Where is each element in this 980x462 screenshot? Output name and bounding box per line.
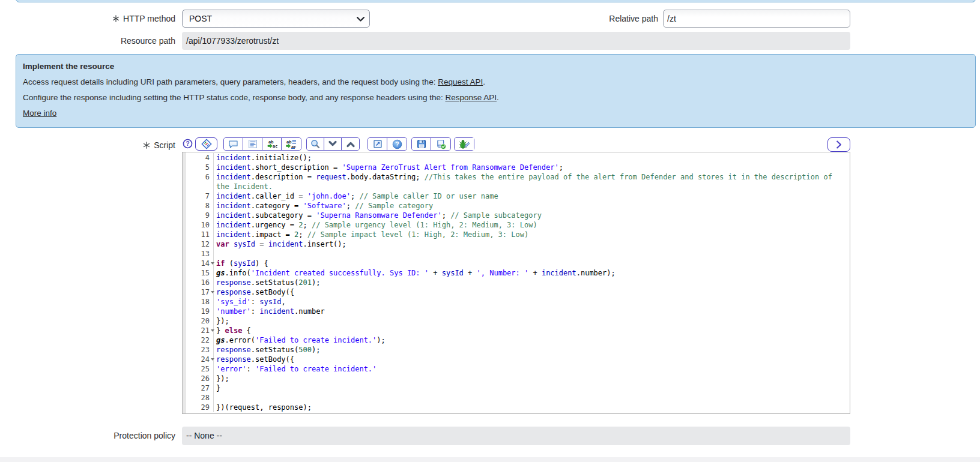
http-method-select[interactable]: POST [182, 10, 370, 28]
code-text[interactable]: var sysId = incident.insert(); [214, 239, 838, 249]
response-api-link[interactable]: Response API [445, 93, 497, 102]
chevron-up-icon [346, 140, 355, 148]
resource-path-label: Resource path [0, 32, 175, 50]
format-code-button[interactable] [243, 138, 262, 150]
code-line: 8incident.category = 'Software'; // Samp… [183, 201, 850, 211]
fold-toggle-icon[interactable] [211, 262, 214, 265]
syntax-editor-toggle-button[interactable] [195, 137, 217, 151]
code-text[interactable] [214, 249, 838, 259]
code-text[interactable]: incident.short_description = 'Superna Ze… [214, 163, 838, 172]
replace-button[interactable]: ab ac [262, 138, 282, 150]
line-number: 24 [183, 355, 214, 364]
code-text[interactable]: incident.urgency = 2; // Sample urgency … [214, 220, 838, 230]
svg-text:?: ? [186, 140, 189, 147]
code-text[interactable]: if (sysId) { [214, 259, 838, 268]
implement-resource-info-box: Implement the resource Access request de… [16, 54, 976, 128]
info-box-title: Implement the resource [23, 59, 969, 74]
code-line: 23response.setStatus(500); [183, 345, 850, 355]
code-text[interactable]: gs.info('Incident created successfully. … [214, 268, 838, 278]
request-api-link[interactable]: Request API [438, 77, 483, 86]
syntax-check-button[interactable] [431, 138, 450, 150]
code-text[interactable]: } [214, 383, 838, 393]
replace-all-button[interactable]: ab ac [282, 138, 301, 150]
info-box-request-line: Access request details including URI pat… [23, 74, 969, 90]
toggle-comment-icon [228, 140, 238, 149]
mandatory-asterisk-icon [112, 15, 119, 22]
line-number: 8 [183, 201, 214, 211]
code-text[interactable]: }); [214, 316, 838, 326]
line-number: 9 [183, 211, 214, 220]
fold-toggle-icon[interactable] [211, 358, 214, 361]
code-text[interactable]: response.setStatus(201); [214, 278, 838, 287]
code-line: 4incident.initialize(); [183, 153, 850, 163]
code-line: 27} [183, 383, 850, 393]
svg-text:ab: ab [286, 140, 291, 145]
code-line: 5incident.short_description = 'Superna Z… [183, 163, 850, 172]
code-text[interactable]: 'number': incident.number [214, 307, 838, 316]
relative-path-input[interactable] [663, 10, 850, 28]
debug-button-group [454, 137, 474, 151]
http-method-label: HTTP method [0, 10, 175, 28]
find-next-button[interactable] [324, 138, 342, 150]
expand-editor-button[interactable] [827, 137, 850, 152]
line-number: 11 [183, 230, 214, 239]
search-button[interactable] [307, 138, 324, 150]
code-line: 12var sysId = incident.insert(); [183, 239, 850, 249]
syntax-editor-toggle-icon [201, 139, 212, 149]
line-number: 29 [183, 403, 214, 412]
code-text[interactable]: })(request, response); [214, 403, 838, 412]
resource-path-value: /api/1077933/zerotrust/zt [182, 32, 850, 50]
script-field-help-icon[interactable]: ? [183, 139, 193, 149]
code-line: 25'error': 'Failed to create incident.' [183, 364, 850, 374]
scripted-rest-resource-form: HTTP method POST Relative path Resource … [0, 0, 980, 462]
code-text[interactable]: incident.description = request.body.data… [214, 172, 838, 191]
code-text[interactable]: incident.subcategory = 'Superna Ransomwa… [214, 211, 838, 220]
syntax-check-icon [436, 139, 446, 149]
code-line: 11incident.impact = 2; // Sample impact … [183, 230, 850, 239]
code-text[interactable]: gs.error('Failed to create incident.'); [214, 335, 838, 345]
save-icon [417, 139, 426, 149]
editor-help-button[interactable]: ? [387, 138, 407, 150]
line-number: 5 [183, 163, 214, 172]
code-text[interactable]: incident.caller_id = 'john.doe'; // Samp… [214, 191, 838, 201]
code-text[interactable]: 'error': 'Failed to create incident.' [214, 364, 838, 374]
line-number: 4 [183, 153, 214, 163]
replace-all-icon: ab ac [286, 139, 297, 149]
code-line: 10incident.urgency = 2; // Sample urgenc… [183, 220, 850, 230]
chevron-down-icon [328, 140, 337, 148]
script-code-editor[interactable]: 4incident.initialize();5incident.short_d… [182, 152, 850, 414]
code-line: 7incident.caller_id = 'john.doe'; // Sam… [183, 191, 850, 201]
code-text[interactable]: }); [214, 374, 838, 383]
code-text[interactable]: response.setBody({ [214, 287, 838, 297]
code-line: 24response.setBody({ [183, 355, 850, 364]
replace-icon: ab ac [267, 139, 277, 149]
code-text[interactable]: incident.impact = 2; // Sample impact le… [214, 230, 838, 239]
save-check-button-group [411, 137, 451, 151]
code-line: 9incident.subcategory = 'Superna Ransomw… [183, 211, 850, 220]
line-number: 25 [183, 364, 214, 374]
open-in-window-button[interactable] [368, 138, 387, 150]
line-number: 17 [183, 287, 214, 297]
code-rows: 4incident.initialize();5incident.short_d… [183, 153, 850, 412]
code-text[interactable]: } else { [214, 326, 838, 335]
code-text[interactable]: 'sys_id': sysId, [214, 297, 838, 307]
more-info-link[interactable]: More info [23, 109, 56, 118]
code-text[interactable]: response.setBody({ [214, 355, 838, 364]
fold-toggle-icon[interactable] [211, 329, 214, 332]
code-line: 17response.setBody({ [183, 287, 850, 297]
code-text[interactable]: response.setStatus(500); [214, 345, 838, 355]
debug-button[interactable] [455, 138, 474, 150]
line-number: 21 [183, 326, 214, 335]
toggle-comment-button[interactable] [224, 138, 243, 150]
code-text[interactable]: incident.category = 'Software'; // Sampl… [214, 201, 838, 211]
fold-toggle-icon[interactable] [211, 291, 214, 293]
find-previous-button[interactable] [342, 138, 359, 150]
line-number: 16 [183, 278, 214, 287]
relative-path-label: Relative path [540, 10, 658, 28]
chevron-right-icon [836, 140, 842, 149]
code-line: 20}); [183, 316, 850, 326]
code-text[interactable]: incident.initialize(); [214, 153, 838, 163]
save-button[interactable] [412, 138, 431, 150]
open-in-window-icon [373, 139, 383, 149]
code-text[interactable] [214, 393, 838, 403]
